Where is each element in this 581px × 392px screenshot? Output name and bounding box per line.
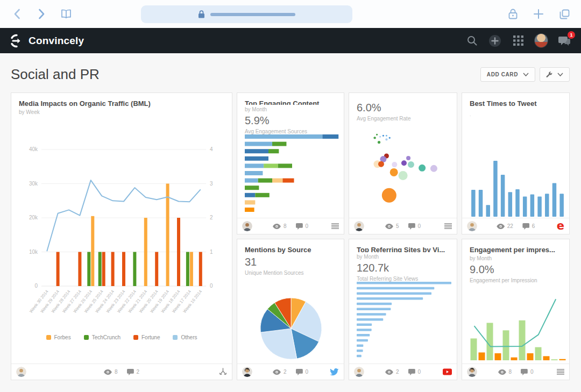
avatar[interactable]: [16, 367, 26, 377]
twitter-icon[interactable]: [330, 368, 339, 376]
back-icon[interactable]: [11, 8, 23, 20]
views-count: 5: [396, 223, 399, 229]
legend-item: TechCrunch: [84, 334, 121, 340]
views-stat: 2: [273, 369, 287, 375]
apps-grid-icon[interactable]: [511, 34, 525, 48]
views-stat: 8: [273, 223, 287, 229]
card-top-engaging-content: Top Engaging Content by Month 5.9% Avg E…: [237, 92, 344, 234]
card-mentions-by-source: Mentions by Source 31 Unique Mention Sou…: [237, 239, 344, 380]
card-metric-label: Total Referring Site Views: [357, 276, 449, 282]
views-stat: 5: [385, 223, 399, 229]
user-avatar[interactable]: [534, 34, 548, 48]
comments-count: 0: [418, 369, 421, 375]
comments-count: 6: [532, 223, 535, 229]
address-bar[interactable]: [141, 5, 352, 23]
comments-stat[interactable]: 2: [127, 369, 140, 375]
card-subtitle: by Month: [245, 106, 336, 112]
youtube-icon[interactable]: [443, 368, 452, 375]
eye-icon: [497, 224, 505, 229]
card-metric: 6.0%: [357, 102, 449, 114]
card-best-times-to-tweet: Best Times to Tweet . 22 6 e: [462, 92, 570, 234]
eye-icon: [273, 369, 281, 375]
svg-text:1: 1: [210, 249, 213, 255]
add-card-label: ADD CARD: [487, 72, 518, 77]
search-icon[interactable]: [465, 34, 479, 48]
comment-icon: [296, 369, 303, 375]
card-metric-label: Avg Engagement Sources: [245, 129, 336, 134]
legend-item: Forbes: [46, 334, 71, 340]
tab-overview-icon[interactable]: [558, 8, 570, 20]
browser-toolbar: [0, 0, 581, 28]
lock-icon: [198, 10, 205, 18]
comment-icon: [521, 369, 528, 375]
wrench-icon: [546, 72, 552, 78]
card-title: Mentions by Source: [245, 246, 336, 254]
pie-chart: [245, 296, 336, 361]
card-subtitle: by Month: [470, 255, 562, 261]
comments-stat[interactable]: 0: [408, 369, 421, 375]
card-metric: 31: [245, 256, 336, 268]
avatar[interactable]: [354, 221, 364, 231]
avatar[interactable]: [242, 221, 252, 231]
comments-count: 0: [306, 223, 309, 229]
comments-stat[interactable]: 6: [522, 223, 535, 230]
avatar[interactable]: [467, 221, 477, 231]
menu-icon[interactable]: [444, 223, 452, 229]
share-icon[interactable]: [219, 368, 227, 376]
views-count: 2: [396, 369, 399, 375]
views-count: 22: [507, 223, 513, 229]
card-subtitle: .: [470, 112, 562, 117]
card-metric: 5.9%: [245, 115, 336, 127]
combo-chart-small: [470, 288, 562, 364]
chevron-down-icon: [523, 73, 529, 76]
comments-stat[interactable]: 0: [521, 369, 534, 375]
comments-count: 0: [530, 369, 534, 375]
service-e-icon[interactable]: e: [557, 220, 564, 232]
comments-stat[interactable]: 0: [296, 223, 309, 230]
eye-icon: [385, 369, 393, 375]
settings-button[interactable]: [540, 67, 570, 82]
comments-stat[interactable]: 0: [408, 223, 421, 230]
card-subtitle: by Month: [357, 254, 449, 260]
cards-grid: Media Impacts on Organic Traffic (BML) b…: [11, 92, 570, 380]
comment-icon: [408, 223, 415, 230]
views-count: 2: [284, 369, 287, 375]
redacted-url: [210, 13, 295, 16]
views-stat: 8: [104, 369, 118, 375]
comments-stat[interactable]: 0: [296, 369, 309, 375]
stacked-bar-chart: [245, 134, 336, 215]
card-engagement-per-impression: Engagement per impres... by Month 9.0% E…: [462, 239, 570, 380]
eye-icon: [273, 224, 281, 229]
comments-count: 2: [137, 369, 140, 375]
views-count: 8: [284, 223, 287, 229]
svg-text:2: 2: [210, 215, 213, 220]
chat-icon[interactable]: 1: [557, 34, 571, 48]
page-lock-icon[interactable]: [507, 8, 519, 20]
avatar[interactable]: [242, 367, 252, 377]
convincely-logo-icon: [10, 34, 24, 48]
new-tab-icon[interactable]: [533, 8, 544, 20]
views-count: 8: [115, 369, 118, 375]
chevron-down-icon: [557, 73, 563, 76]
hbar-chart: [357, 282, 449, 359]
avatar[interactable]: [467, 367, 477, 377]
card-title: Top Engaging Content: [245, 99, 336, 105]
reading-list-icon[interactable]: [60, 8, 72, 20]
avatar[interactable]: [354, 367, 364, 377]
add-card-button[interactable]: ADD CARD: [480, 67, 535, 82]
svg-text:3: 3: [210, 181, 213, 187]
comments-count: 0: [418, 223, 421, 229]
brand-logo[interactable]: Convincely: [10, 34, 84, 48]
eye-icon: [498, 369, 506, 375]
card-top-engaging-platforms: Top Engaging Platforms 6.0% Avg Engageme…: [349, 92, 457, 234]
menu-icon[interactable]: [331, 223, 339, 229]
card-title: Best Times to Tweet: [470, 99, 562, 108]
combo-chart: 0010k120k230k340k4Week 30 2014Week 29 20…: [19, 143, 224, 346]
add-icon[interactable]: [488, 34, 502, 48]
views-stat: 2: [385, 369, 399, 375]
card-title: Top Referring Sites by Vi...: [357, 246, 449, 252]
svg-text:0: 0: [34, 283, 38, 289]
menu-icon[interactable]: [557, 369, 564, 375]
forward-icon[interactable]: [36, 8, 47, 20]
svg-text:10k: 10k: [29, 249, 38, 255]
